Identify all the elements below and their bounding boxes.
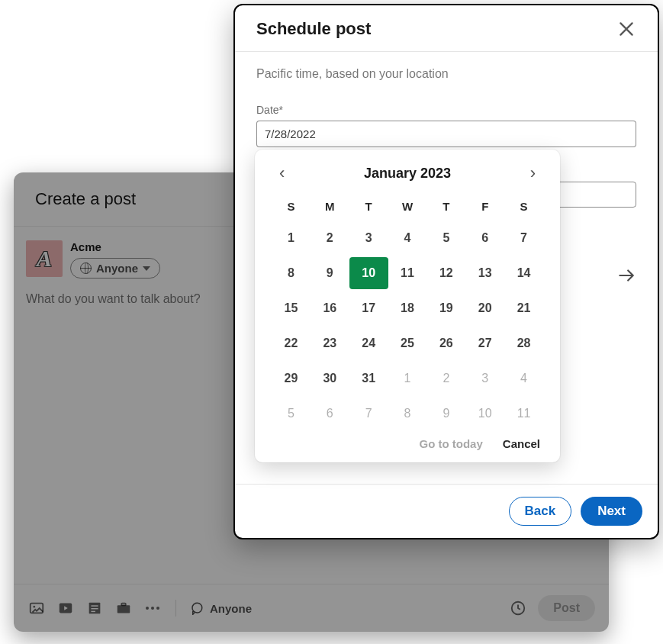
calendar-day[interactable]: 19	[426, 292, 465, 324]
calendar-day[interactable]: 5	[272, 398, 311, 430]
calendar-day[interactable]: 14	[504, 257, 543, 289]
dow-header: W	[388, 194, 427, 219]
calendar-day[interactable]: 15	[272, 292, 311, 324]
arrow-right-icon[interactable]	[616, 266, 636, 285]
calendar-day[interactable]: 29	[272, 362, 311, 394]
calendar-day[interactable]: 28	[504, 327, 543, 359]
calendar-day[interactable]: 13	[465, 257, 504, 289]
calendar-day[interactable]: 6	[311, 398, 349, 430]
date-input[interactable]	[256, 121, 636, 147]
date-label: Date*	[256, 104, 636, 116]
dow-header: M	[311, 194, 349, 219]
calendar-day[interactable]: 9	[311, 257, 349, 289]
calendar-day[interactable]: 11	[388, 257, 427, 289]
calendar-day[interactable]: 6	[465, 222, 504, 254]
calendar-day[interactable]: 18	[388, 292, 427, 324]
timezone-note: Pacific time, based on your location	[256, 67, 636, 81]
calendar-day[interactable]: 23	[311, 327, 349, 359]
calendar-day[interactable]: 1	[388, 362, 427, 394]
calendar-day[interactable]: 11	[504, 398, 543, 430]
calendar-day[interactable]: 22	[272, 327, 311, 359]
month-label: January 2023	[364, 166, 451, 182]
prev-month-button[interactable]: ‹	[272, 163, 292, 183]
calendar-day[interactable]: 8	[272, 257, 311, 289]
calendar-day[interactable]: 5	[426, 222, 465, 254]
calendar-day[interactable]: 30	[311, 362, 349, 394]
close-icon[interactable]	[616, 19, 636, 39]
dow-header: S	[272, 194, 311, 219]
calendar-day[interactable]: 2	[311, 222, 349, 254]
schedule-title: Schedule post	[256, 19, 371, 39]
go-to-today[interactable]: Go to today	[419, 437, 482, 450]
calendar-day[interactable]: 20	[465, 292, 504, 324]
calendar-day[interactable]: 3	[465, 362, 504, 394]
calendar-day[interactable]: 4	[388, 222, 427, 254]
calendar-day[interactable]: 24	[349, 327, 388, 359]
dow-header: S	[504, 194, 543, 219]
calendar-day[interactable]: 2	[426, 362, 465, 394]
calendar-grid: SMTWTFS123456789101112131415161718192021…	[272, 194, 543, 430]
dow-header: T	[426, 194, 465, 219]
calendar-day[interactable]: 16	[311, 292, 349, 324]
calendar-day[interactable]: 17	[349, 292, 388, 324]
calendar-day[interactable]: 7	[504, 222, 543, 254]
calendar-day[interactable]: 31	[349, 362, 388, 394]
calendar-day[interactable]: 12	[426, 257, 465, 289]
calendar-day[interactable]: 8	[388, 398, 427, 430]
calendar-day[interactable]: 27	[465, 327, 504, 359]
back-button[interactable]: Back	[509, 497, 572, 526]
dow-header: F	[465, 194, 504, 219]
calendar-day[interactable]: 10	[465, 398, 504, 430]
calendar-day[interactable]: 4	[504, 362, 543, 394]
next-button[interactable]: Next	[581, 497, 642, 526]
calendar-day[interactable]: 7	[349, 398, 388, 430]
cancel-datepicker[interactable]: Cancel	[503, 437, 540, 450]
dow-header: T	[349, 194, 388, 219]
calendar-day[interactable]: 25	[388, 327, 427, 359]
calendar-day[interactable]: 3	[349, 222, 388, 254]
calendar-day-selected[interactable]: 10	[349, 257, 388, 289]
calendar-day[interactable]: 26	[426, 327, 465, 359]
calendar-day[interactable]: 9	[426, 398, 465, 430]
calendar-day[interactable]: 21	[504, 292, 543, 324]
date-picker: ‹ January 2023 › SMTWTFS1234567891011121…	[255, 150, 560, 462]
next-month-button[interactable]: ›	[523, 163, 543, 183]
calendar-day[interactable]: 1	[272, 222, 311, 254]
